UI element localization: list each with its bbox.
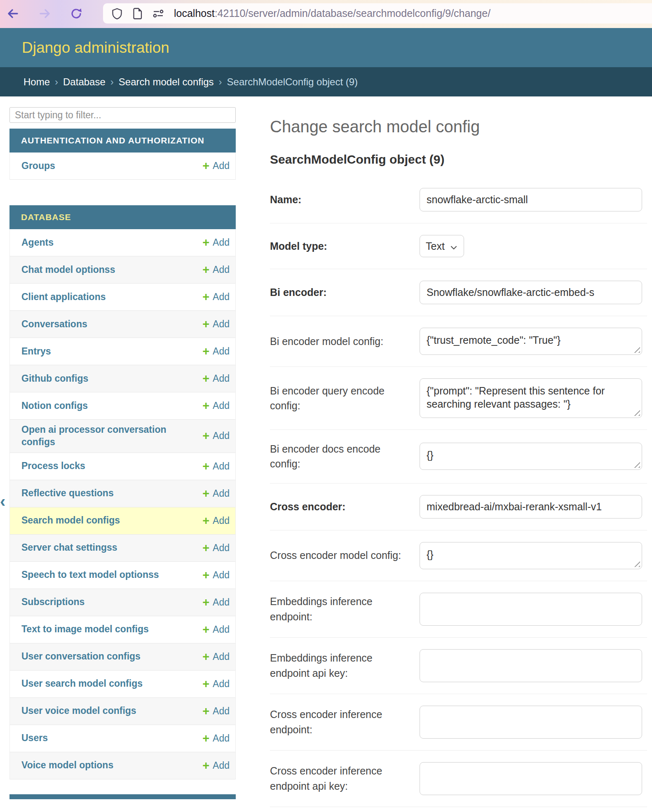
add-label: Add	[213, 160, 230, 171]
sidebar-link-entrys[interactable]: Entrys	[21, 345, 188, 358]
field-label-cross-encoder-inference-endpoint-api-key: Cross encoder inference endpoint api key…	[270, 763, 420, 793]
add-plus-icon: +	[202, 264, 209, 276]
embeddings-inference-endpoint-api-key-input[interactable]	[420, 649, 642, 682]
sidebar-link-subscriptions[interactable]: Subscriptions	[21, 596, 188, 608]
cross-encoder-input[interactable]: mixedbread-ai/mxbai-rerank-xsmall-v1	[420, 495, 642, 519]
selected-option: Text	[426, 240, 445, 252]
add-link-users[interactable]: +Add	[202, 732, 230, 744]
dropdown-chevron-icon	[445, 240, 457, 252]
sidebar-section-database[interactable]: DATABASE	[9, 205, 236, 229]
add-link-text-to-image-model-configs[interactable]: +Add	[202, 624, 230, 636]
add-plus-icon: +	[202, 515, 209, 527]
field-row-bi-encoder-docs-encode-config: Bi encoder docs encode config:{}	[270, 430, 647, 483]
add-plus-icon: +	[202, 237, 209, 249]
sidebar-link-user-voice-model-configs[interactable]: User voice model configs	[21, 705, 188, 717]
sidebar-link-chat-model-optionss[interactable]: Chat model optionss	[21, 264, 188, 276]
sidebar-link-user-conversation-configs[interactable]: User conversation configs	[21, 650, 188, 663]
add-link-conversations[interactable]: +Add	[202, 318, 230, 330]
bi-encoder-input[interactable]: Snowflake/snowflake-arctic-embed-s	[420, 281, 642, 304]
sidebar-link-conversations[interactable]: Conversations	[21, 318, 188, 331]
bi-encoder-query-encode-config-textarea[interactable]: {"prompt": "Represent this sentence for …	[420, 378, 642, 418]
bi-encoder-docs-encode-config-textarea[interactable]: {}	[420, 443, 642, 470]
add-link-user-search-model-configs[interactable]: +Add	[202, 678, 230, 690]
sidebar-item-notion-configs: Notion configs+Add	[10, 392, 235, 420]
url-text: localhost:42110/server/admin/database/se…	[174, 7, 490, 19]
model-type-select[interactable]: Text	[420, 235, 464, 257]
sidebar-collapse-toggle[interactable]: ‹	[0, 493, 5, 509]
sidebar-link-search-model-configs[interactable]: Search model configs	[21, 514, 188, 527]
add-link-speech-to-text-model-optionss[interactable]: +Add	[202, 569, 230, 581]
add-plus-icon: +	[202, 460, 209, 472]
add-link-server-chat-settingss[interactable]: +Add	[202, 542, 230, 554]
field-label-cross-encoder-model-config: Cross encoder model config:	[270, 548, 420, 563]
sidebar-link-voice-model-options[interactable]: Voice model options	[21, 759, 188, 772]
sidebar-link-client-applications[interactable]: Client applications	[21, 291, 188, 303]
sidebar-item-entrys: Entrys+Add	[10, 338, 235, 365]
sidebar-item-reflective-questions: Reflective questions+Add	[10, 480, 235, 507]
add-label: Add	[213, 706, 230, 717]
add-link-client-applications[interactable]: +Add	[202, 291, 230, 303]
sidebar-link-speech-to-text-model-optionss[interactable]: Speech to text model optionss	[21, 569, 188, 581]
cross-encoder-inference-endpoint-input[interactable]	[420, 706, 642, 739]
sidebar-module-authentication-and-authorization: AUTHENTICATION AND AUTHORIZATIONGroups+A…	[9, 129, 236, 180]
field-row-name: Name:snowflake-arctic-small	[270, 176, 647, 223]
add-link-user-conversation-configs[interactable]: +Add	[202, 651, 230, 663]
page-icon[interactable]	[131, 7, 144, 20]
field-row-embeddings-inference-endpoint-api-key: Embeddings inference endpoint api key:	[270, 638, 647, 694]
field-row-bi-encoder-query-encode-config: Bi encoder query encode config:{"prompt"…	[270, 367, 647, 430]
add-link-reflective-questions[interactable]: +Add	[202, 488, 230, 500]
sidebar-link-notion-configs[interactable]: Notion configs	[21, 400, 188, 412]
field-row-model-type: Model type:Text	[270, 223, 647, 269]
add-link-notion-configs[interactable]: +Add	[202, 400, 230, 412]
sidebar-filter-input[interactable]	[9, 107, 236, 123]
reload-icon[interactable]	[68, 6, 84, 21]
add-link-open-ai-processor-conversation-configs[interactable]: +Add	[202, 430, 230, 442]
sidebar-link-text-to-image-model-configs[interactable]: Text to image model configs	[21, 623, 188, 636]
name-input[interactable]: snowflake-arctic-small	[420, 188, 642, 211]
breadcrumb-link-database[interactable]: Database	[63, 76, 106, 88]
sidebar-link-open-ai-processor-conversation-configs[interactable]: Open ai processor conversation configs	[21, 424, 188, 448]
sidebar-link-groups[interactable]: Groups	[21, 160, 188, 172]
add-link-search-model-configs[interactable]: +Add	[202, 515, 230, 527]
breadcrumb-current: SearchModelConfig object (9)	[227, 76, 358, 88]
cross-encoder-inference-endpoint-api-key-input[interactable]	[420, 762, 642, 795]
sidebar-item-text-to-image-model-configs: Text to image model configs+Add	[10, 616, 235, 643]
sidebar-item-subscriptions: Subscriptions+Add	[10, 589, 235, 616]
sidebar-link-server-chat-settingss[interactable]: Server chat settingss	[21, 542, 188, 554]
site-title-link[interactable]: Django administration	[22, 39, 169, 56]
bi-encoder-model-config-textarea[interactable]: {"trust_remote_code": "True"}	[420, 328, 642, 355]
embeddings-inference-endpoint-input[interactable]	[420, 593, 642, 626]
add-link-github-configs[interactable]: +Add	[202, 373, 230, 385]
permissions-sliders-icon[interactable]	[152, 7, 165, 20]
back-icon[interactable]	[5, 6, 21, 21]
add-link-voice-model-options[interactable]: +Add	[202, 760, 230, 772]
add-link-process-locks[interactable]: +Add	[202, 460, 230, 472]
add-link-subscriptions[interactable]: +Add	[202, 596, 230, 608]
sidebar-link-process-locks[interactable]: Process locks	[21, 460, 188, 472]
sidebar-section-authentication-and-authorization[interactable]: AUTHENTICATION AND AUTHORIZATION	[9, 129, 236, 153]
sidebar-link-reflective-questions[interactable]: Reflective questions	[21, 487, 188, 500]
sidebar-item-open-ai-processor-conversation-configs: Open ai processor conversation configs+A…	[10, 420, 235, 453]
add-link-groups[interactable]: +Add	[202, 160, 230, 172]
url-bar[interactable]: localhost:42110/server/admin/database/se…	[103, 3, 652, 23]
sidebar-link-agents[interactable]: Agents	[21, 237, 188, 249]
resize-grip-icon	[633, 560, 640, 567]
breadcrumb-link-home[interactable]: Home	[23, 76, 50, 88]
sidebar-link-github-configs[interactable]: Github configs	[21, 373, 188, 385]
add-link-chat-model-optionss[interactable]: +Add	[202, 264, 230, 276]
breadcrumb-link-search-model-configs[interactable]: Search model configs	[119, 76, 214, 88]
add-link-agents[interactable]: +Add	[202, 237, 230, 249]
cross-encoder-model-config-textarea[interactable]: {}	[420, 542, 642, 569]
add-plus-icon: +	[202, 373, 209, 385]
add-label: Add	[213, 515, 230, 526]
add-label: Add	[213, 733, 230, 744]
add-link-user-voice-model-configs[interactable]: +Add	[202, 705, 230, 717]
sidebar-link-users[interactable]: Users	[21, 732, 188, 744]
browser-toolbar: localhost:42110/server/admin/database/se…	[0, 0, 652, 28]
add-plus-icon: +	[202, 651, 209, 663]
add-label: Add	[213, 291, 230, 303]
shield-icon[interactable]	[110, 7, 124, 20]
sidebar-link-user-search-model-configs[interactable]: User search model configs	[21, 678, 188, 690]
forward-icon[interactable]	[37, 6, 53, 21]
add-link-entrys[interactable]: +Add	[202, 345, 230, 357]
